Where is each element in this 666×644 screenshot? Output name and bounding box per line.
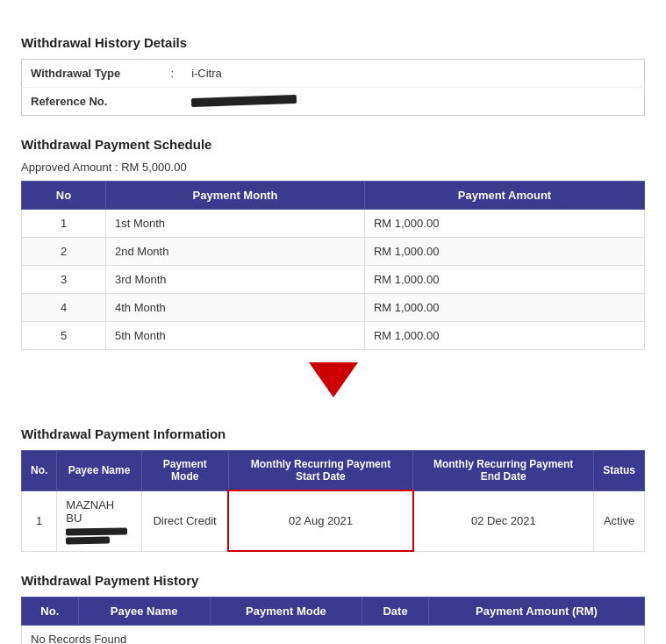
col-payment-mode: Payment Mode xyxy=(210,597,362,626)
col-payment-month: Payment Month xyxy=(106,182,365,210)
table-row: 4 4th Month RM 1,000.00 xyxy=(22,294,645,322)
row-no: 5 xyxy=(22,322,106,350)
col-payment-amount-rm: Payment Amount (RM) xyxy=(428,597,644,626)
row-month: 4th Month xyxy=(106,294,365,322)
row-status: Active xyxy=(594,490,645,551)
withdrawal-payment-schedule-title: Withdrawal Payment Schedule xyxy=(21,137,645,152)
table-row: 3 3rd Month RM 1,000.00 xyxy=(22,266,645,294)
row-start-date: 02 Aug 2021 xyxy=(228,490,412,551)
withdrawal-payment-history-title: Withdrawal Payment History xyxy=(21,573,645,588)
row-month: 3rd Month xyxy=(106,266,365,294)
payment-history-table: No. Payee Name Payment Mode Date Payment… xyxy=(21,597,645,644)
col-date: Date xyxy=(362,597,429,626)
row-amount: RM 1,000.00 xyxy=(364,266,644,294)
colon-2 xyxy=(162,88,183,116)
page-container: Withdrawal History Details Withdrawal Ty… xyxy=(0,0,666,644)
row-amount: RM 1,000.00 xyxy=(364,322,644,350)
row-payment-mode: Direct Credit xyxy=(141,490,228,551)
withdrawal-history-details-table: Withdrawal Type : i-Citra Reference No. xyxy=(21,59,645,116)
no-records-cell: No Records Found xyxy=(22,626,645,645)
reference-no-label: Reference No. xyxy=(22,88,162,116)
withdrawal-history-details-section: Withdrawal History Details Withdrawal Ty… xyxy=(21,35,645,116)
down-arrow-icon xyxy=(309,362,358,397)
approved-amount-label: Approved Amount : RM 5,000.00 xyxy=(21,161,645,174)
row-no: 3 xyxy=(22,266,106,294)
payee-name-redacted-2 xyxy=(66,536,110,544)
payee-name-redacted xyxy=(66,527,127,535)
row-month: 5th Month xyxy=(106,322,365,350)
row-no: 4 xyxy=(22,294,106,322)
payee-name-text: MAZNAH BU xyxy=(66,498,114,525)
withdrawal-payment-schedule-section: Withdrawal Payment Schedule Approved Amo… xyxy=(21,137,645,350)
col-status: Status xyxy=(594,451,645,491)
withdrawal-type-label: Withdrawal Type xyxy=(22,60,162,88)
reference-no-value xyxy=(183,88,644,116)
row-amount: RM 1,000.00 xyxy=(364,238,644,266)
col-no: No. xyxy=(22,597,79,626)
row-amount: RM 1,000.00 xyxy=(364,294,644,322)
arrow-indicator xyxy=(21,354,645,409)
row-amount: RM 1,000.00 xyxy=(364,210,644,238)
col-payee-name: Payee Name xyxy=(57,451,141,491)
table-row: 5 5th Month RM 1,000.00 xyxy=(22,322,645,350)
withdrawal-type-value: i-Citra xyxy=(183,60,644,88)
row-no: 1 xyxy=(22,210,106,238)
payment-information-table: No. Payee Name Payment Mode Monthly Recu… xyxy=(21,450,645,552)
withdrawal-payment-history-section: Withdrawal Payment History No. Payee Nam… xyxy=(21,573,645,644)
row-month: 1st Month xyxy=(106,210,365,238)
table-header-row: No. Payee Name Payment Mode Date Payment… xyxy=(22,597,645,626)
col-no: No. xyxy=(22,451,57,491)
payment-schedule-table: No Payment Month Payment Amount 1 1st Mo… xyxy=(21,181,645,350)
withdrawal-payment-information-title: Withdrawal Payment Information xyxy=(21,426,645,441)
withdrawal-payment-information-section: Withdrawal Payment Information No. Payee… xyxy=(21,426,645,552)
col-no: No xyxy=(22,182,106,210)
row-no: 1 xyxy=(22,490,57,551)
redacted-reference xyxy=(191,95,297,107)
table-header-row: No Payment Month Payment Amount xyxy=(22,182,645,210)
row-month: 2nd Month xyxy=(106,238,365,266)
col-start-date: Monthly Recurring Payment Start Date xyxy=(228,451,412,491)
row-end-date: 02 Dec 2021 xyxy=(413,490,594,551)
col-payment-amount: Payment Amount xyxy=(364,182,644,210)
table-row: 1 MAZNAH BU Direct Credit 02 Aug 2021 02… xyxy=(22,490,645,551)
withdrawal-history-details-title: Withdrawal History Details xyxy=(21,35,645,50)
col-end-date: Monthly Recurring Payment End Date xyxy=(413,451,594,491)
table-row: 2 2nd Month RM 1,000.00 xyxy=(22,238,645,266)
table-row: 1 1st Month RM 1,000.00 xyxy=(22,210,645,238)
table-header-row: No. Payee Name Payment Mode Monthly Recu… xyxy=(22,451,645,491)
col-payee-name: Payee Name xyxy=(78,597,210,626)
table-row: Withdrawal Type : i-Citra xyxy=(22,60,645,88)
table-row: Reference No. xyxy=(22,88,645,116)
table-row: No Records Found xyxy=(22,626,645,645)
col-payment-mode: Payment Mode xyxy=(141,451,228,491)
colon-1: : xyxy=(162,60,183,88)
row-payee-name: MAZNAH BU xyxy=(57,490,141,551)
row-no: 2 xyxy=(22,238,106,266)
